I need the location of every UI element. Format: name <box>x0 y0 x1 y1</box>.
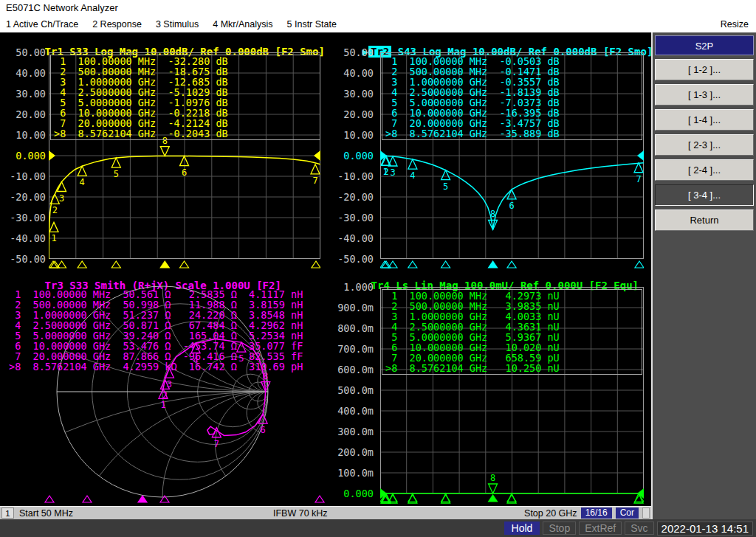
svg-text:5: 5 <box>114 169 119 179</box>
marker-table-row: 1 100.00000 MHz -32.280 dB <box>54 56 317 66</box>
marker-table-row: 3 1.0000000 GHz 4.0033 nU <box>385 311 639 322</box>
trace4-marker-table: 1 100.00000 MHz 4.2973 nU 2 500.00000 MH… <box>382 289 642 375</box>
marker-table-row: >8 8.5762104 GHz -35.889 dB <box>385 128 639 139</box>
marker-table-row: 6 10.000000 GHz -0.2218 dB <box>54 108 317 118</box>
start-frequency[interactable]: Start 50 MHz <box>19 508 73 519</box>
marker-tick <box>489 261 498 268</box>
menu-item[interactable]: 5 Instr State <box>287 16 337 32</box>
y-axis-label: 10.00 <box>1 129 46 141</box>
marker-table-row: >8 8.5762104 GHz -0.2043 dB <box>54 128 317 139</box>
marker[interactable]: 7 <box>311 164 320 186</box>
marker[interactable]: 7 <box>634 163 643 184</box>
menu-item[interactable]: 4 Mkr/Analysis <box>213 16 272 32</box>
ref-level-indicator <box>637 150 644 161</box>
y-axis-label: 300.0m <box>329 426 374 437</box>
marker-tick <box>138 496 147 502</box>
correction-badge: Cor <box>616 507 639 519</box>
y-axis-label: 900.0m <box>329 302 374 313</box>
softkey-1-4[interactable]: [ 1-4 ]... <box>655 109 754 131</box>
svg-text:2: 2 <box>162 390 168 401</box>
marker-table-row: 5 5.0000000 GHz 39.240 Ω 165.04 Ω 5.2534… <box>9 330 303 341</box>
y-axis-label: -40.00 <box>329 232 374 244</box>
y-axis-label: 30.00 <box>1 88 46 100</box>
marker-table-row: 4 2.5000000 GHz 4.3631 nU <box>385 322 639 332</box>
points-badge: 16/16 <box>581 507 612 519</box>
y-axis-label: 40.00 <box>1 67 46 79</box>
svg-text:7: 7 <box>312 176 317 186</box>
trace3-marker-table: 1 100.00000 MHz 50.561 Ω 2.5835 Ω 4.1117… <box>9 289 303 372</box>
y-axis-label: -30.00 <box>329 212 374 224</box>
svg-text:6: 6 <box>509 201 514 211</box>
softkey-sidebar: S2P [ 1-2 ]...[ 1-3 ]...[ 1-4 ]...[ 2-3 … <box>651 32 756 519</box>
marker-table-row: 1 100.00000 MHz 50.561 Ω 2.5835 Ω 4.1117… <box>9 289 303 299</box>
menu-item[interactable]: 2 Response <box>92 16 142 32</box>
marker[interactable]: 2 <box>382 156 391 177</box>
y-axis-label: 400.0m <box>329 405 374 417</box>
marker[interactable]: 3 <box>388 156 397 178</box>
marker-table-row: 7 20.000000 GHz 658.59 pU <box>385 353 639 363</box>
marker[interactable]: 4 <box>408 159 417 181</box>
softkey-1-3[interactable]: [ 1-3 ]... <box>655 84 754 105</box>
svg-text:2: 2 <box>383 167 388 177</box>
menu-bar: 1 Active Ch/Trace2 Response3 Stimulus4 M… <box>0 16 756 32</box>
svg-text:3: 3 <box>59 193 64 204</box>
y-axis-label: 0.000 <box>329 488 374 499</box>
marker-table-row: 2 500.00000 MHz 50.998 Ω 11.988 Ω 3.8159… <box>9 299 303 310</box>
hold-status-badge[interactable]: Hold <box>504 522 540 535</box>
marker-table-row: 7 20.000000 GHz -4.2124 dB <box>54 118 317 128</box>
marker[interactable]: 1 <box>49 222 58 243</box>
y-axis-label: 1.000 <box>329 281 374 293</box>
marker-table-row: 7 20.000000 GHz -3.4757 dB <box>385 118 639 128</box>
y-axis-label: -30.00 <box>1 212 46 224</box>
marker-tick <box>315 496 324 502</box>
marker-table-row: 4 2.5000000 GHz 50.871 Ω 67.484 Ω 4.2962… <box>9 320 303 330</box>
marker-table-row: >8 8.5762104 GHz 4.2959 kΩ 16.742 Ω 310.… <box>9 361 303 372</box>
menu-item[interactable]: 1 Active Ch/Trace <box>6 16 78 32</box>
extref-status: ExtRef <box>579 522 622 535</box>
softkey-3-4[interactable]: [ 3-4 ]... <box>655 184 754 206</box>
marker-tick <box>160 261 169 268</box>
svg-text:5: 5 <box>443 181 448 192</box>
marker-table-row: 2 500.00000 MHz -0.1471 dB <box>385 66 639 77</box>
y-axis-label: 800.0m <box>329 322 374 334</box>
softkey-menu-title: S2P <box>655 35 754 55</box>
svg-text:6: 6 <box>261 425 266 435</box>
ifbw-value[interactable]: IFBW 70 kHz <box>273 508 328 519</box>
marker-table-row: 1 100.00000 MHz -0.0503 dB <box>385 56 639 66</box>
softkey-2-3[interactable]: [ 2-3 ]... <box>655 134 754 156</box>
window-title: E5071C Network Analyzer <box>6 2 118 13</box>
marker[interactable]: 8 <box>489 473 498 493</box>
menu-item[interactable]: 3 Stimulus <box>156 16 199 32</box>
softkey-1-2[interactable]: [ 1-2 ]... <box>655 59 754 80</box>
marker-tick <box>78 261 86 268</box>
softkey-2-4[interactable]: [ 2-4 ]... <box>655 159 754 181</box>
marker-table-row: 2 500.00000 MHz -18.675 dB <box>54 66 317 77</box>
marker[interactable]: 5 <box>441 170 450 192</box>
svc-status: Svc <box>625 522 653 535</box>
datetime-display: 2022-01-13 14:51 <box>657 522 753 536</box>
resize-control[interactable]: Resize <box>721 16 749 32</box>
marker[interactable]: 4 <box>78 166 86 187</box>
marker-tick <box>111 261 120 268</box>
y-axis-label: -40.00 <box>1 232 46 244</box>
softkey-return[interactable]: Return <box>655 209 754 231</box>
y-axis-label: -20.00 <box>1 191 46 203</box>
y-axis-label: -10.00 <box>1 170 46 182</box>
marker[interactable]: 2 <box>50 194 59 215</box>
marker-tick <box>312 261 320 268</box>
stop-frequency[interactable]: Stop 20 GHz <box>524 508 577 519</box>
svg-text:1: 1 <box>51 233 56 243</box>
marker-tick <box>441 261 450 268</box>
marker-tick <box>408 261 417 268</box>
softkey-buttons: [ 1-2 ]...[ 1-3 ]...[ 1-4 ]...[ 2-3 ]...… <box>655 59 754 231</box>
marker-tick <box>635 261 644 268</box>
marker-table-row: 6 10.000000 GHz 53.476 Ω -453.74 Ω 35.07… <box>9 341 303 351</box>
y-axis-label: 0.000 <box>329 150 374 162</box>
marker[interactable]: 3 <box>58 182 66 204</box>
svg-text:3: 3 <box>167 379 172 389</box>
marker-table-row: 5 5.0000000 GHz -1.0976 dB <box>54 97 317 108</box>
y-axis-label: -50.00 <box>1 253 46 265</box>
y-axis-label: 40.00 <box>329 67 374 79</box>
y-axis-label: -50.00 <box>329 253 374 265</box>
svg-text:3: 3 <box>390 167 395 178</box>
